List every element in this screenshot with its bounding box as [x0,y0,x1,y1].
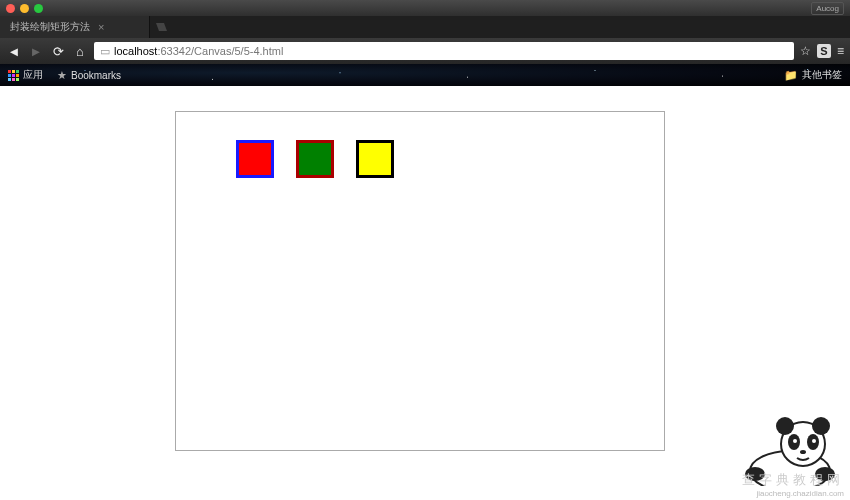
tab-close-icon[interactable]: × [98,21,104,33]
menu-icon[interactable]: ≡ [837,44,844,58]
home-icon[interactable]: ⌂ [72,44,88,59]
url-host: localhost [114,45,157,57]
account-badge[interactable]: Aucog [811,2,844,15]
minimize-window-icon[interactable] [20,4,29,13]
tab-title: 封装绘制矩形方法 [10,20,90,34]
svg-point-6 [793,439,797,443]
url-input[interactable]: ▭ localhost:63342/Canvas/5/5-4.html [94,42,794,60]
bookmark-star-solid-icon: ★ [57,69,67,82]
back-icon[interactable]: ◄ [6,44,22,59]
canvas-rect [356,140,394,178]
svg-point-7 [812,439,816,443]
apps-label: 应用 [23,68,43,82]
other-bookmarks-button[interactable]: 📁 其他书签 [784,68,842,82]
other-bookmarks-label: 其他书签 [802,68,842,82]
folder-icon: 📁 [784,69,798,82]
address-bar: ◄ ► ⟳ ⌂ ▭ localhost:63342/Canvas/5/5-4.h… [0,38,850,64]
canvas-rect [236,140,274,178]
svg-point-2 [776,417,794,435]
extension-s-icon[interactable]: S [817,44,831,58]
page-content: 查字典教程网 jiaocheng.chazidian.com [0,86,850,500]
watermark-line1: 查字典教程网 [742,471,844,489]
new-tab-button[interactable] [150,16,174,38]
maximize-window-icon[interactable] [34,4,43,13]
apps-button[interactable]: 应用 [8,68,43,82]
watermark: 查字典教程网 jiaocheng.chazidian.com [742,471,844,498]
watermark-line2: jiaocheng.chazidian.com [742,489,844,498]
bookmark-item[interactable]: ★ Bookmarks [57,69,121,82]
tab-strip: 封装绘制矩形方法 × [0,16,850,38]
browser-tab[interactable]: 封装绘制矩形方法 × [0,16,150,38]
forward-icon[interactable]: ► [28,44,44,59]
svg-point-8 [800,450,806,454]
svg-point-3 [812,417,830,435]
url-path: :63342/Canvas/5/5-4.html [157,45,283,57]
canvas-area [175,111,665,451]
bookmarks-bar: 应用 ★ Bookmarks 📁 其他书签 [0,64,850,86]
reload-icon[interactable]: ⟳ [50,44,66,59]
canvas-rect [296,140,334,178]
page-favicon-icon: ▭ [100,45,110,58]
close-window-icon[interactable] [6,4,15,13]
bookmark-star-icon[interactable]: ☆ [800,44,811,58]
bookmark-label: Bookmarks [71,70,121,81]
window-titlebar: Aucog [0,0,850,16]
apps-grid-icon [8,70,19,81]
